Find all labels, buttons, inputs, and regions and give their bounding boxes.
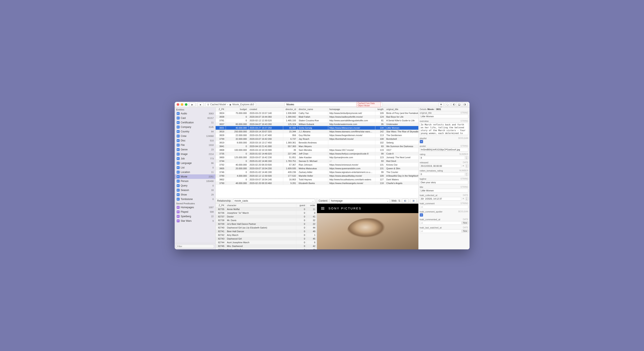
col-header[interactable]: Z_PK bbox=[216, 108, 226, 111]
filter-button[interactable] bbox=[438, 103, 444, 107]
field-input[interactable] bbox=[420, 115, 468, 118]
table-row[interactable]: 82739Jo's Beer Hall Dance Partner022 bbox=[216, 222, 317, 226]
table-row[interactable]: 380202020-03-07 16:54:14016.863Todd Hayn… bbox=[216, 178, 418, 181]
table-row[interactable]: 383780.000.0002020-04-07 16:43:280125.32… bbox=[216, 122, 418, 126]
search-field[interactable] bbox=[286, 103, 356, 106]
minimize-icon[interactable] bbox=[181, 103, 183, 106]
clear-button[interactable]: ✕ bbox=[462, 197, 465, 200]
table-row[interactable]: 3800125.000.0002020-03-07 16:42:23051.85… bbox=[216, 156, 418, 159]
stop-button[interactable]: ■ bbox=[197, 103, 204, 107]
col-header[interactable]: created bbox=[248, 108, 283, 111]
table-row[interactable]: 82735Annie Moffat011 bbox=[216, 207, 317, 211]
sidebar-item-company[interactable]: ECompany3145 bbox=[175, 125, 216, 129]
table-row[interactable]: 380520.000.0002020-03-07 16:54:2001.609.… bbox=[216, 167, 418, 170]
sidebar-item-language[interactable]: ELanguage66 bbox=[175, 161, 216, 165]
predicate-item-star-wars[interactable]: PStar Wars9 bbox=[175, 219, 216, 223]
col-header[interactable]: guest bbox=[296, 204, 306, 207]
table-row[interactable]: 3808100.000.0002020-03-10 10:16:58039Sam… bbox=[216, 148, 418, 152]
sidebar-item-genre[interactable]: EGenre23 bbox=[175, 147, 216, 152]
bool-toggle[interactable]: − bbox=[420, 140, 423, 143]
table-row[interactable]: 82736Josephine "Jo" March00 bbox=[216, 211, 317, 215]
web-view[interactable]: SONY PICTURES bbox=[317, 204, 418, 249]
table-row[interactable]: 37804.000.0002020-02-12 12:30:500177.532… bbox=[216, 174, 418, 178]
table-row[interactable]: 82745Mrs. Dashwood042 bbox=[216, 244, 317, 248]
sidebar-item-cast[interactable]: ECast65157 bbox=[175, 116, 216, 120]
breadcrumb[interactable]: ☰ Cached Model › ▣ Movie_Explorer.db3 bbox=[206, 103, 256, 107]
table-row[interactable]: 82742Amy March01 bbox=[216, 233, 317, 237]
field-input[interactable] bbox=[420, 148, 468, 151]
col-header[interactable]: character bbox=[226, 204, 296, 207]
table-row[interactable]: 82737Doctor041 bbox=[216, 215, 317, 218]
sidebar-item-job[interactable]: EJob773 bbox=[175, 156, 216, 161]
table-row[interactable]: 382822.000.0002020-03-25 11:47:400956Guy… bbox=[216, 133, 418, 137]
field-input[interactable] bbox=[420, 205, 468, 209]
sidebar-item-person[interactable]: EPerson105490 bbox=[175, 179, 216, 183]
close-icon[interactable] bbox=[177, 103, 179, 106]
filter-input[interactable] bbox=[176, 244, 214, 248]
field-input[interactable] bbox=[420, 172, 465, 176]
table-row[interactable]: 82743Dashwood Girl045 bbox=[216, 237, 317, 241]
table-row[interactable]: 82746Soldier With Telegram040 bbox=[216, 248, 317, 249]
stepper[interactable]: ▲▼ bbox=[466, 172, 468, 176]
predicate-item-homepages[interactable]: PHomepages1007 bbox=[175, 205, 216, 210]
content-layout-right[interactable] bbox=[410, 199, 417, 203]
sidebar-item-image[interactable]: EImage2214 bbox=[175, 152, 216, 156]
chevron-updown-icon[interactable]: ⇅ bbox=[398, 199, 400, 202]
relationship-select[interactable]: movie_casts bbox=[233, 199, 315, 203]
predicate-item-played[interactable]: PPlayed598 bbox=[175, 210, 216, 214]
content-layout-left[interactable] bbox=[402, 199, 408, 203]
table-row[interactable]: 384102020-04-10 21:41:000557.383Marc Mey… bbox=[216, 144, 418, 148]
field-input[interactable] bbox=[420, 189, 468, 192]
sidebar-item-disc[interactable]: EDisc510 bbox=[175, 138, 216, 143]
table-row[interactable]: 374602020-01-02 14:46:180439.236Zackary … bbox=[216, 170, 418, 174]
table-row[interactable]: 82738Mr. Davis032 bbox=[216, 218, 317, 222]
bool-toggle[interactable]: − bbox=[420, 213, 423, 217]
field-input[interactable] bbox=[420, 164, 461, 168]
sidebar-item-season[interactable]: ESeason33 bbox=[175, 188, 216, 192]
table-row[interactable]: 383140.000.0002020-03-27 18:27:25045.400… bbox=[216, 126, 418, 130]
table-row[interactable]: 82744Aunt Josephine March06 bbox=[216, 241, 317, 244]
col-header[interactable]: budget bbox=[226, 108, 248, 111]
zoom-icon[interactable] bbox=[185, 103, 187, 106]
field-input[interactable] bbox=[420, 197, 461, 201]
layout-right-button[interactable] bbox=[462, 103, 468, 107]
sidebar-item-file[interactable]: EFile1918 bbox=[175, 143, 216, 147]
table-row[interactable]: 383802020-04-07 16:44:3601.399.842Bilall… bbox=[216, 115, 418, 119]
field-input[interactable] bbox=[420, 181, 468, 184]
col-header[interactable]: director_id bbox=[283, 108, 298, 111]
field-input[interactable]: Jo March reflects back and forth on her … bbox=[420, 123, 468, 135]
table-row[interactable]: 379048.000.0002020-02-20 08:33:4609.281E… bbox=[216, 181, 418, 185]
field-input[interactable] bbox=[420, 229, 462, 233]
sidebar-item-show[interactable]: EShow29 bbox=[175, 192, 216, 197]
now-button[interactable]: Now bbox=[462, 221, 468, 224]
sidebar-item-certification[interactable]: ECertification11 bbox=[175, 120, 216, 125]
table-row[interactable]: 3818250.000.0002020-03-14 20:07:32015.34… bbox=[216, 130, 418, 133]
predicate-item-spielberg[interactable]: PSpielberg22 bbox=[175, 214, 216, 219]
col-header[interactable]: director_name bbox=[298, 108, 328, 111]
col-header[interactable]: homepage bbox=[328, 108, 375, 111]
sidebar-item-tombstone[interactable]: ETombstone0 bbox=[175, 197, 216, 201]
table-row[interactable]: 379932.000.0002020-03-07 16:42:2006.737J… bbox=[216, 137, 418, 141]
stepper[interactable]: ▲▼ bbox=[466, 156, 468, 160]
table-row[interactable]: 374402020-01-02 14:46:1601.783.751Savvas… bbox=[216, 159, 418, 163]
hamburger-icon[interactable] bbox=[321, 207, 324, 210]
table-row[interactable]: 382475.000.0002020-03-23 15:57:1401.936.… bbox=[216, 111, 418, 115]
content-select[interactable]: homepage bbox=[330, 199, 390, 203]
sidebar-item-query[interactable]: EQuery0 bbox=[175, 183, 216, 188]
sidebar-item-location[interactable]: ELocation11 bbox=[175, 170, 216, 174]
sidebar-item-country[interactable]: ECountry64 bbox=[175, 129, 216, 134]
clear-button[interactable]: ✕ bbox=[462, 165, 465, 167]
layout-left-button[interactable] bbox=[452, 103, 457, 107]
stepper[interactable]: ▲▼ bbox=[466, 164, 468, 168]
now-button[interactable]: Now bbox=[462, 229, 468, 233]
table-row[interactable]: 373502020-01-02 14:46:020227.346Jeff Cha… bbox=[216, 152, 418, 156]
reload-button[interactable] bbox=[445, 103, 450, 107]
col-header[interactable]: order bbox=[306, 204, 317, 207]
layout-bottom-button[interactable] bbox=[457, 103, 462, 107]
sidebar-item-crew[interactable]: ECrew124968 bbox=[175, 134, 216, 138]
col-header[interactable]: length bbox=[375, 108, 385, 111]
field-input[interactable] bbox=[420, 221, 462, 225]
table-row[interactable]: 378102020-02-12 12:30:5201.485.193Staten… bbox=[216, 119, 418, 122]
search-input[interactable]: Cached Core Data Object Model bbox=[284, 103, 383, 107]
play-button[interactable]: ▶ bbox=[189, 103, 196, 107]
